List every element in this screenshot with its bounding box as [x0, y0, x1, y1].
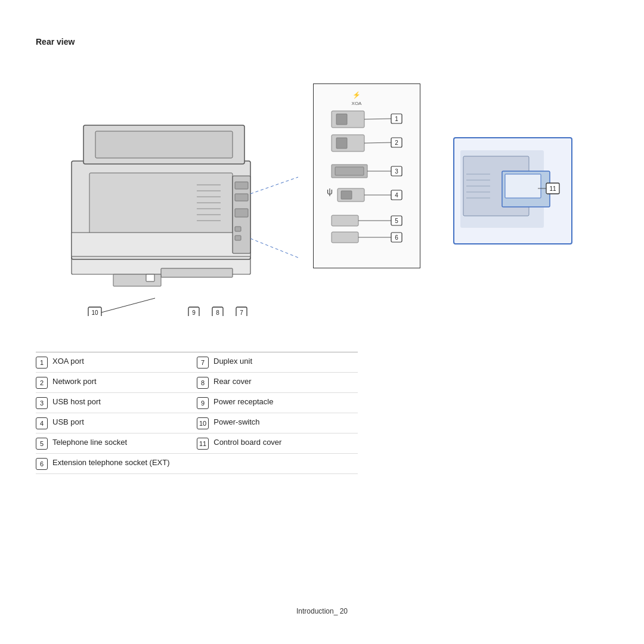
legend-label-10: Power-switch [213, 417, 259, 428]
svg-rect-19 [235, 236, 241, 240]
legend-col-right: 11 Control board cover [197, 437, 358, 450]
legend-label-8: Rear cover [213, 376, 252, 387]
legend-badge-4: 4 [36, 417, 48, 429]
svg-rect-40 [335, 167, 364, 175]
legend-row: 2 Network port 8 Rear cover [36, 373, 358, 393]
svg-rect-17 [235, 209, 248, 217]
svg-rect-38 [336, 138, 347, 148]
legend-label-6: Extension telephone socket (EXT) [52, 457, 170, 468]
legend-row: 4 USB port 10 Power-switch [36, 413, 358, 434]
legend-badge-8: 8 [197, 377, 209, 389]
legend-label-9: Power receptacle [213, 397, 273, 407]
legend-badge-11: 11 [197, 438, 209, 450]
svg-text:9: 9 [192, 309, 196, 316]
svg-rect-44 [332, 215, 358, 226]
legend-table: 1 XOA port 7 Duplex unit 2 Network port … [36, 352, 358, 474]
legend-col-right: 9 Power receptacle [197, 397, 358, 409]
svg-text:3: 3 [395, 168, 398, 175]
svg-rect-12 [95, 131, 233, 158]
svg-text:2: 2 [395, 140, 398, 146]
closeup-panel: 11 [453, 137, 572, 244]
svg-rect-1 [161, 268, 233, 277]
page-title: Rear view [36, 37, 75, 47]
svg-line-23 [250, 239, 298, 262]
legend-badge-7: 7 [197, 357, 209, 369]
legend-col-right: 10 Power-switch [197, 417, 358, 429]
printer-rear-diagram: 10 9 8 7 [36, 66, 298, 316]
svg-text:⚡: ⚡ [352, 91, 361, 99]
legend-label-7: Duplex unit [213, 356, 252, 367]
svg-line-22 [250, 173, 298, 194]
legend-label-11: Control board cover [213, 437, 281, 448]
legend-col-left: 3 USB host port [36, 397, 197, 409]
legend-col-left: 2 Network port [36, 376, 197, 389]
svg-line-51 [364, 143, 391, 143]
svg-text:10: 10 [91, 309, 98, 316]
legend-badge-2: 2 [36, 377, 48, 389]
legend-badge-5: 5 [36, 438, 48, 450]
legend-badge-6: 6 [36, 458, 48, 470]
footer: Introduction_ 20 [0, 607, 644, 615]
svg-rect-36 [336, 114, 347, 125]
legend-col-right: 7 Duplex unit [197, 356, 358, 369]
svg-rect-21 [146, 274, 154, 281]
legend-col-left: 4 USB port [36, 417, 197, 429]
svg-line-26 [101, 298, 155, 312]
svg-rect-15 [235, 182, 248, 189]
svg-rect-67 [505, 174, 541, 198]
svg-text:11: 11 [549, 185, 556, 192]
svg-text:6: 6 [395, 234, 398, 241]
svg-rect-13 [72, 233, 250, 256]
legend-label-2: Network port [52, 376, 97, 387]
legend-row: 5 Telephone line socket 11 Control board… [36, 434, 358, 454]
svg-text:4: 4 [395, 192, 398, 199]
legend-badge-9: 9 [197, 397, 209, 409]
legend-label-4: USB port [52, 417, 84, 428]
legend-badge-1: 1 [36, 357, 48, 369]
svg-text:XOA: XOA [352, 101, 363, 106]
legend-label-5: Telephone line socket [52, 437, 127, 448]
svg-rect-43 [341, 191, 352, 199]
legend-row: 1 XOA port 7 Duplex unit [36, 352, 358, 373]
legend-col-left: 6 Extension telephone socket (EXT) [36, 457, 358, 470]
diagram-area: 10 9 8 7 ⚡ XOA ψ [36, 66, 608, 328]
svg-rect-16 [235, 194, 248, 201]
legend-col-left: 5 Telephone line socket [36, 437, 197, 450]
legend-label-1: XOA port [52, 356, 84, 367]
legend-badge-3: 3 [36, 397, 48, 409]
legend-col-right: 8 Rear cover [197, 376, 358, 389]
svg-text:1: 1 [395, 116, 398, 122]
svg-line-48 [364, 119, 391, 119]
detail-panel: ⚡ XOA ψ 1 2 [313, 83, 420, 268]
legend-col-left: 1 XOA port [36, 356, 197, 369]
svg-text:5: 5 [395, 218, 398, 224]
svg-text:8: 8 [216, 309, 219, 316]
legend-label-3: USB host port [52, 397, 101, 407]
svg-text:ψ: ψ [327, 187, 333, 196]
legend-row: 3 USB host port 9 Power receptacle [36, 393, 358, 413]
svg-text:7: 7 [240, 309, 243, 316]
legend-badge-10: 10 [197, 417, 209, 429]
legend-row: 6 Extension telephone socket (EXT) [36, 454, 358, 474]
svg-rect-18 [235, 227, 241, 231]
svg-rect-45 [332, 232, 358, 243]
